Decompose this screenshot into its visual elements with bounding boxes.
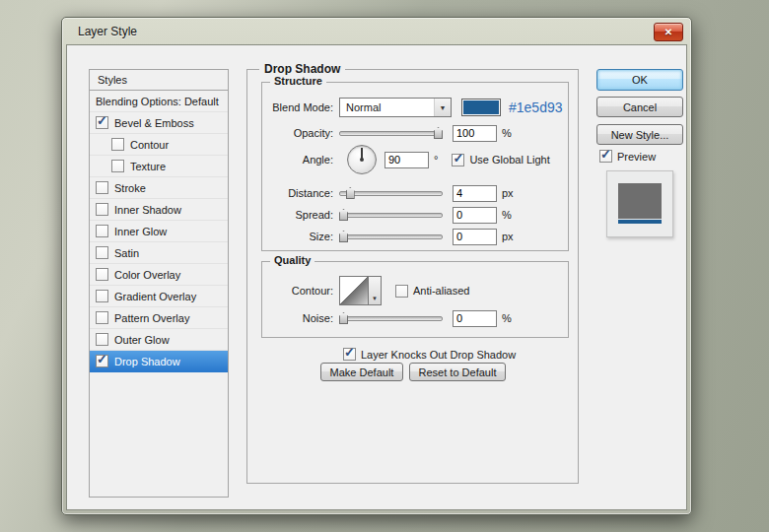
spread-unit: % bbox=[502, 209, 512, 221]
contour-label: Contour: bbox=[262, 285, 333, 297]
layer-style-dialog: Layer Style ✕ Styles Blending Options: D… bbox=[61, 17, 692, 515]
style-item[interactable]: Bevel & Emboss bbox=[90, 112, 228, 134]
anti-aliased-label: Anti-aliased bbox=[413, 285, 469, 297]
size-label: Size: bbox=[262, 231, 333, 242]
style-item[interactable]: Drop Shadow bbox=[90, 351, 228, 372]
contour-thumbnail[interactable] bbox=[339, 276, 369, 305]
angle-input[interactable] bbox=[384, 152, 429, 168]
slider-track bbox=[339, 131, 443, 136]
distance-unit: px bbox=[502, 187, 514, 199]
shadow-color-swatch[interactable] bbox=[461, 99, 501, 116]
noise-input[interactable] bbox=[453, 310, 497, 327]
reset-to-default-button[interactable]: Reset to Default bbox=[409, 363, 506, 381]
cancel-button[interactable]: Cancel bbox=[596, 97, 683, 117]
distance-input[interactable] bbox=[453, 185, 497, 202]
preview-thumbnail bbox=[606, 170, 673, 237]
style-item-label: Gradient Overlay bbox=[114, 291, 196, 302]
slider-thumb[interactable] bbox=[339, 209, 348, 221]
style-item-checkbox[interactable] bbox=[96, 290, 108, 302]
layer-knocks-out-label: Layer Knocks Out Drop Shadow bbox=[361, 349, 516, 361]
style-item[interactable]: Color Overlay bbox=[90, 264, 228, 286]
preview-layer-square bbox=[618, 183, 662, 219]
style-item-checkbox[interactable] bbox=[96, 116, 108, 129]
style-item-label: Stroke bbox=[114, 182, 146, 194]
style-item[interactable]: Inner Shadow bbox=[90, 199, 228, 221]
style-item-checkbox[interactable] bbox=[96, 311, 108, 324]
style-item-label: Color Overlay bbox=[114, 269, 180, 281]
size-row: Size: px bbox=[262, 228, 562, 245]
close-icon: ✕ bbox=[664, 27, 672, 37]
size-input[interactable] bbox=[453, 229, 497, 245]
contour-picker[interactable]: ▼ bbox=[339, 276, 382, 305]
style-item-checkbox[interactable] bbox=[111, 138, 124, 151]
quality-legend: Quality bbox=[270, 254, 315, 266]
style-item-checkbox[interactable] bbox=[96, 181, 108, 194]
opacity-label: Opacity: bbox=[262, 127, 333, 139]
combo-arrow-icon: ▼ bbox=[434, 99, 451, 116]
spread-row: Spread: % bbox=[262, 206, 562, 224]
style-item-label: Pattern Overlay bbox=[114, 312, 189, 324]
style-item-label: Satin bbox=[114, 247, 139, 259]
angle-label: Angle: bbox=[262, 154, 333, 166]
distance-label: Distance: bbox=[262, 187, 333, 199]
opacity-slider[interactable] bbox=[339, 126, 443, 140]
preview-checkbox[interactable] bbox=[599, 150, 612, 163]
slider-track bbox=[339, 191, 443, 196]
style-item[interactable]: Blending Options: Default bbox=[90, 91, 228, 112]
style-item-label: Contour bbox=[130, 139, 169, 151]
style-item-label: Outer Glow bbox=[114, 334, 170, 346]
dialog-body: Styles Blending Options: DefaultBevel & … bbox=[66, 44, 687, 510]
slider-thumb[interactable] bbox=[434, 127, 443, 139]
style-item-checkbox[interactable] bbox=[96, 246, 108, 259]
style-item-checkbox[interactable] bbox=[96, 225, 108, 237]
style-item[interactable]: Texture bbox=[90, 156, 228, 177]
noise-row: Noise: % bbox=[262, 309, 562, 327]
preview-shadow-line bbox=[618, 220, 662, 224]
blend-mode-value: Normal bbox=[340, 101, 434, 113]
noise-slider[interactable] bbox=[339, 311, 443, 325]
style-item-checkbox[interactable] bbox=[96, 268, 108, 281]
style-item[interactable]: Contour bbox=[90, 134, 228, 156]
new-style-button[interactable]: New Style... bbox=[596, 124, 683, 145]
style-item[interactable]: Satin bbox=[90, 242, 228, 264]
angle-center-dot bbox=[360, 158, 364, 162]
style-item[interactable]: Outer Glow bbox=[90, 329, 228, 351]
style-item[interactable]: Gradient Overlay bbox=[90, 286, 228, 307]
style-item[interactable]: Pattern Overlay bbox=[90, 307, 228, 329]
spread-slider[interactable] bbox=[339, 208, 443, 222]
angle-dial[interactable] bbox=[347, 145, 377, 174]
ok-button[interactable]: OK bbox=[596, 69, 683, 91]
style-item[interactable]: Inner Glow bbox=[90, 221, 228, 242]
style-item-label: Drop Shadow bbox=[114, 356, 180, 367]
slider-thumb[interactable] bbox=[339, 231, 348, 242]
style-item-checkbox[interactable] bbox=[96, 355, 108, 367]
titlebar[interactable]: Layer Style ✕ bbox=[62, 18, 691, 44]
noise-unit: % bbox=[502, 312, 512, 324]
style-item-checkbox[interactable] bbox=[96, 203, 108, 216]
close-button[interactable]: ✕ bbox=[654, 23, 683, 41]
use-global-light-checkbox[interactable] bbox=[452, 154, 464, 166]
preview-label: Preview bbox=[617, 151, 656, 163]
contour-dropdown-icon[interactable]: ▼ bbox=[369, 276, 382, 305]
window-title: Layer Style bbox=[78, 25, 137, 38]
size-slider[interactable] bbox=[339, 230, 443, 243]
knockout-row: Layer Knocks Out Drop Shadow bbox=[343, 348, 516, 361]
slider-track bbox=[339, 213, 443, 218]
slider-track bbox=[339, 234, 443, 239]
distance-row: Distance: px bbox=[262, 184, 562, 202]
structure-group: Structure Blend Mode: Normal ▼ #1e5d93 O… bbox=[261, 82, 569, 251]
style-item-checkbox[interactable] bbox=[111, 160, 124, 172]
contour-row: Contour: ▼ Anti-aliased bbox=[262, 274, 562, 307]
slider-thumb[interactable] bbox=[339, 312, 348, 324]
slider-thumb[interactable] bbox=[346, 187, 355, 199]
style-item[interactable]: Stroke bbox=[90, 177, 228, 199]
anti-aliased-checkbox[interactable] bbox=[395, 285, 408, 298]
blend-mode-select[interactable]: Normal ▼ bbox=[339, 98, 452, 117]
make-default-button[interactable]: Make Default bbox=[320, 363, 403, 381]
distance-slider[interactable] bbox=[339, 186, 443, 200]
style-item-checkbox[interactable] bbox=[96, 333, 108, 346]
opacity-input[interactable] bbox=[453, 125, 497, 142]
layer-knocks-out-checkbox[interactable] bbox=[343, 348, 356, 361]
noise-label: Noise: bbox=[262, 312, 333, 324]
spread-input[interactable] bbox=[453, 207, 497, 224]
